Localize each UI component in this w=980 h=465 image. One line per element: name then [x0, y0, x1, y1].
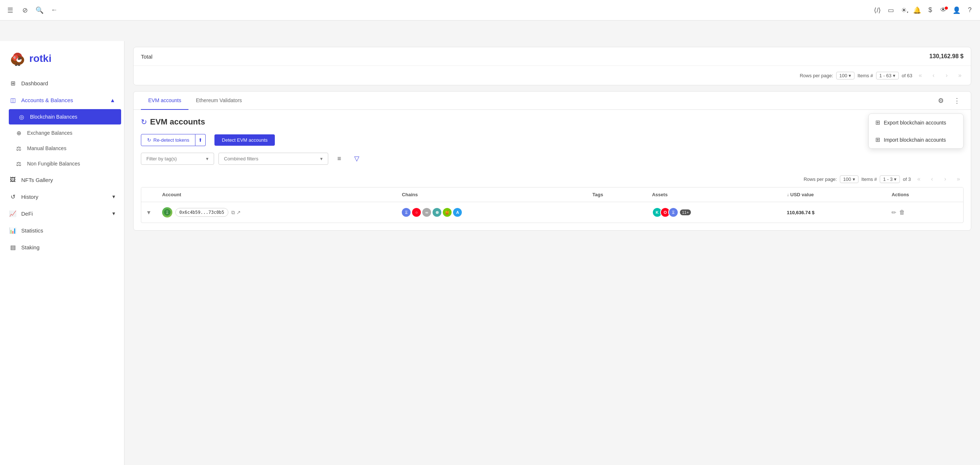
table-items-range-select[interactable]: 1 - 3 ▾	[880, 175, 900, 183]
filter-settings-button[interactable]: ≡	[332, 152, 346, 165]
chevron-up-icon: ▲	[110, 97, 115, 103]
sort-down-icon: ↓	[787, 192, 789, 197]
eye-icon[interactable]: 👁	[939, 6, 948, 14]
bell-icon[interactable]: 🔔	[913, 6, 921, 14]
sidebar-item-defi[interactable]: 📈 DeFi ▾	[0, 205, 124, 222]
rows-per-page-select[interactable]: 100 ▾	[836, 72, 855, 80]
external-link-icon[interactable]: ↗	[236, 209, 241, 216]
th-tags[interactable]: Tags	[587, 188, 646, 202]
table-next-button[interactable]: ›	[940, 174, 950, 184]
items-label: Items #	[858, 73, 873, 78]
import-label: Import blockchain accounts	[884, 137, 946, 143]
sidebar-item-blockchain[interactable]: ◎ Blockchain Balances	[9, 109, 121, 124]
redetect-icon: ↻	[147, 137, 151, 143]
sidebar-item-statistics[interactable]: 📊 Statistics	[0, 222, 124, 239]
table-pagination-top: Rows per page: 100 ▾ Items # 1 - 3 ▾ of …	[141, 171, 964, 187]
sidebar-item-history[interactable]: ↺ History ▾	[0, 188, 124, 205]
dashboard-icon: ⊞	[9, 79, 17, 87]
back-icon[interactable]: ←	[50, 6, 59, 14]
account-copy-actions: ⧉ ↗	[231, 209, 241, 216]
history-chevron-icon: ▾	[112, 193, 115, 200]
prev-page-button[interactable]: ‹	[928, 70, 939, 81]
main-content: Total 130,162.98 $ Rows per page: 100 ▾ …	[124, 41, 980, 465]
table-rows-label: Rows per page:	[803, 177, 837, 182]
sidebar-accounts-label: Accounts & Balances	[21, 97, 73, 103]
sidebar-exchange-label: Exchange Balances	[27, 130, 72, 136]
menu-icon[interactable]: ☰	[6, 6, 14, 14]
table-header: Account Chains Tags Assets	[141, 188, 963, 202]
combined-filter-select[interactable]: Combined filters ▾	[218, 153, 328, 165]
row-expand-icon[interactable]: ▾	[147, 209, 150, 216]
sidebar-item-dashboard[interactable]: ⊞ Dashboard	[0, 75, 124, 92]
help-icon[interactable]: ?	[966, 6, 974, 14]
loop-chain-icon[interactable]: ∞	[422, 208, 431, 217]
table-prev-button[interactable]: ‹	[927, 174, 937, 184]
topbar-right: ⟨/⟩ ▭ ☀ ▾ 🔔 $ 👁 👤 ?	[873, 6, 974, 14]
redetect-btn-group: ↻ Re-detect tokens ⬆	[141, 134, 206, 146]
logo-icon	[9, 50, 26, 67]
eth-asset-icon[interactable]: Ξ	[668, 207, 678, 218]
xdai-chain-icon[interactable]: ⊗	[433, 208, 441, 217]
tag-filter-select[interactable]: Filter by tag(s) ▾	[141, 153, 214, 165]
th-usd-value[interactable]: ↓ USD value	[781, 188, 886, 202]
filter-row: Filter by tag(s) ▾ Combined filters ▾ ≡ …	[141, 152, 964, 165]
import-blockchain-item[interactable]: ⊞ Import blockchain accounts	[869, 131, 963, 148]
edit-icon[interactable]: ✏	[891, 209, 896, 216]
svg-rect-13	[15, 65, 17, 66]
theme-icon[interactable]: ☀ ▾	[899, 6, 908, 14]
sidebar-item-staking[interactable]: ▤ Staking	[0, 239, 124, 256]
account-cell: Ξ 0x6c4b59...73c0b5 ⧉ ↗	[156, 202, 396, 223]
avatar-icon: Ξ	[164, 209, 171, 216]
sidebar-item-nonfungible[interactable]: ⚖ Non Fungible Balances	[6, 156, 124, 171]
redetect-tokens-button[interactable]: ↻ Re-detect tokens	[141, 134, 196, 146]
usd-value-cell: 110,636.74 $	[781, 202, 886, 223]
eth-chain-icon[interactable]: Ξ	[402, 208, 410, 217]
next-page-button[interactable]: ›	[942, 70, 952, 81]
th-assets[interactable]: Assets	[646, 188, 781, 202]
code-icon[interactable]: ⟨/⟩	[873, 6, 882, 14]
sidebar-logo: rotki	[0, 47, 124, 75]
honey-chain-icon[interactable]: 🍯	[443, 208, 452, 217]
search-icon[interactable]: 🔍	[35, 6, 44, 14]
copy-icon[interactable]: ⧉	[231, 209, 235, 216]
first-page-button[interactable]: «	[915, 70, 926, 81]
history-icon: ↺	[9, 193, 17, 201]
sidebar-group-accounts-header[interactable]: ◫ Accounts & Balances ▲	[0, 92, 124, 108]
items-range-select[interactable]: 1 - 63 ▾	[876, 72, 899, 80]
filter-funnel-button[interactable]: ▽	[350, 152, 363, 165]
export-blockchain-item[interactable]: ⊞ Export blockchain accounts	[869, 114, 963, 131]
accounts-table: Account Chains Tags Assets	[141, 188, 963, 223]
settings-button[interactable]: ⚙	[934, 94, 947, 107]
tag-filter-chevron: ▾	[206, 156, 208, 161]
currency-icon[interactable]: $	[926, 6, 935, 14]
dropdown-arrow: ▾	[849, 73, 851, 78]
detect-evm-button[interactable]: Detect EVM accounts	[215, 134, 275, 146]
refresh-icon[interactable]: ↻	[141, 118, 147, 126]
sidebar-group-accounts: ◫ Accounts & Balances ▲ ◎ Blockchain Bal…	[0, 92, 124, 171]
svg-rect-14	[18, 65, 20, 66]
tab-evm-accounts[interactable]: EVM accounts	[141, 92, 188, 110]
arb-chain-icon[interactable]: A	[453, 208, 462, 217]
op-chain-icon[interactable]: ○	[412, 208, 421, 217]
sidebar-item-exchange[interactable]: ⊕ Exchange Balances	[6, 125, 124, 140]
account-cell-content: Ξ 0x6c4b59...73c0b5 ⧉ ↗	[162, 207, 390, 218]
user-icon[interactable]: 👤	[952, 6, 961, 14]
sidebar-item-manual[interactable]: ⚖ Manual Balances	[6, 140, 124, 156]
robot-icon[interactable]: ⊘	[21, 6, 29, 14]
last-page-button[interactable]: »	[955, 70, 965, 81]
th-account[interactable]: Account	[156, 188, 396, 202]
redetect-arrow-button[interactable]: ⬆	[196, 134, 206, 146]
asset-count-badge: 11+	[680, 209, 691, 215]
sidebar-item-nfts[interactable]: 🖼 NFTs Gallery	[0, 171, 124, 188]
expand-cell[interactable]: ▾	[141, 202, 156, 223]
tab-ethereum-validators[interactable]: Ethereum Validators	[188, 92, 249, 110]
delete-icon[interactable]: 🗑	[899, 209, 905, 216]
topbar-left: ☰ ⊘ 🔍 ←	[6, 6, 59, 14]
chain-icons-list: Ξ ○ ∞ ⊗ 🍯 A	[402, 208, 581, 217]
table-first-button[interactable]: «	[914, 174, 924, 184]
more-options-button[interactable]: ⋮	[950, 94, 964, 107]
th-chains[interactable]: Chains	[396, 188, 586, 202]
monitor-icon[interactable]: ▭	[886, 6, 895, 14]
table-last-button[interactable]: »	[953, 174, 964, 184]
table-rows-select[interactable]: 100 ▾	[840, 175, 859, 183]
